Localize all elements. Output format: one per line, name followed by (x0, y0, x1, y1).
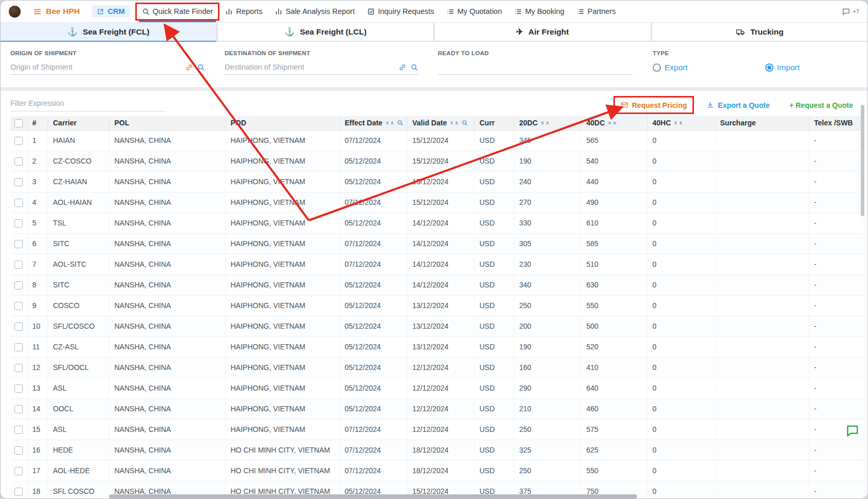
row-checkbox[interactable] (14, 488, 23, 496)
row-checkbox[interactable] (14, 240, 23, 248)
cell-telex: - (809, 316, 864, 336)
cell-hc40: 0 (647, 233, 715, 254)
cell-hc40: 0 (647, 481, 715, 499)
table-row[interactable]: 11CZ-ASLNANSHA, CHINAHAIPHONG, VIETNAM05… (10, 336, 864, 357)
cell-valid_date: 14/12/2024 (407, 254, 474, 275)
row-checkbox[interactable] (14, 426, 23, 434)
type-import-radio[interactable]: Import (765, 63, 800, 72)
table-row[interactable]: 10SFL/COSCONANSHA, CHINAHAIPHONG, VIETNA… (10, 316, 864, 336)
row-checkbox[interactable] (14, 178, 23, 186)
nav-item-inquiry-requests[interactable]: Inquiry Requests (367, 7, 434, 15)
sort-desc-icon[interactable]: ∨ (386, 121, 389, 125)
table-row[interactable]: 2CZ-COSCONANSHA, CHINAHAIPHONG, VIETNAM0… (10, 151, 864, 171)
ready-to-load-label: READY TO LOAD (438, 50, 653, 56)
cell-pol: NANSHA, CHINA (109, 398, 225, 419)
hamburger-menu-icon[interactable] (33, 7, 42, 16)
table-row[interactable]: 14OOCLNANSHA, CHINAHAIPHONG, VIETNAM05/1… (10, 398, 864, 419)
row-checkbox[interactable] (14, 137, 23, 145)
table-row[interactable]: 16HEDENANSHA, CHINAHO CHI MINH CITY, VIE… (10, 440, 864, 460)
table-row[interactable]: 13ASLNANSHA, CHINAHAIPHONG, VIETNAM05/12… (10, 378, 864, 398)
user-avatar[interactable] (9, 6, 21, 18)
nav-item-sale-analysis-report[interactable]: Sale Analysis Report (275, 7, 355, 15)
row-checkbox[interactable] (14, 219, 23, 228)
row-checkbox[interactable] (14, 384, 23, 393)
table-row[interactable]: 17AOL-HEDENANSHA, CHINAHO CHI MINH CITY,… (10, 460, 864, 481)
cell-telex: - (809, 336, 864, 357)
row-checkbox[interactable] (14, 157, 23, 166)
nav-item-quick-rate-finder[interactable]: Quick Rate Finder (142, 7, 213, 15)
nav-item-crm[interactable]: CRM (92, 5, 129, 18)
table-row[interactable]: 8SITCNANSHA, CHINAHAIPHONG, VIETNAM05/12… (10, 275, 864, 295)
sort-desc-icon[interactable]: ∨ (674, 121, 677, 125)
table-row[interactable]: 4AOL-HAIANNANSHA, CHINAHAIPHONG, VIETNAM… (10, 192, 864, 213)
cell-telex: - (809, 233, 864, 254)
nav-item-partners[interactable]: Partners (577, 7, 616, 15)
sort-asc-icon[interactable]: ∧ (679, 121, 683, 125)
row-checkbox[interactable] (14, 323, 23, 331)
row-checkbox[interactable] (14, 446, 23, 455)
tab-air-freight[interactable]: ✈ Air Freight (435, 23, 651, 42)
vertical-scrollbar[interactable] (861, 105, 864, 216)
link-icon[interactable] (399, 63, 406, 71)
origin-input[interactable] (10, 63, 181, 71)
search-icon[interactable] (197, 63, 205, 71)
tab-trucking[interactable]: Trucking (652, 23, 868, 42)
cell-num: 8 (27, 275, 48, 295)
request-pricing-button[interactable]: Request Pricing (621, 101, 687, 109)
sort-asc-icon[interactable]: ∧ (455, 121, 459, 125)
filter-expression-input[interactable] (10, 99, 166, 107)
sort-desc-icon[interactable]: ∨ (608, 121, 611, 125)
request-quote-button[interactable]: + Request a Quote (790, 101, 853, 109)
cell-telex: - (809, 171, 864, 192)
table-row[interactable]: 7AOL-SITCNANSHA, CHINAHAIPHONG, VIETNAM0… (10, 254, 864, 275)
table-row[interactable]: 6SITCNANSHA, CHINAHAIPHONG, VIETNAM07/12… (10, 233, 864, 254)
cell-num: 6 (27, 233, 48, 254)
sort-desc-icon[interactable]: ∨ (541, 121, 544, 125)
row-checkbox[interactable] (14, 467, 23, 475)
row-checkbox[interactable] (14, 343, 23, 351)
cell-effect_date: 07/12/2024 (339, 130, 407, 151)
sort-desc-icon[interactable]: ∨ (450, 121, 453, 125)
nav-item-my-quotation[interactable]: My Quotation (447, 7, 502, 15)
tab-sea-freight-lcl[interactable]: ⚓ Sea Freight (LCL) (218, 23, 434, 42)
cell-dc40: 550 (581, 460, 647, 481)
cell-curr: USD (474, 440, 514, 460)
brand-menu[interactable]: Bee HPH (33, 7, 80, 16)
column-search-icon[interactable] (462, 120, 468, 126)
chat-badge: +7 (853, 8, 859, 14)
row-checkbox[interactable] (14, 364, 23, 372)
table-row[interactable]: 9COSCONANSHA, CHINAHAIPHONG, VIETNAM05/1… (10, 295, 864, 316)
table-row[interactable]: 15ASLNANSHA, CHINAHAIPHONG, VIETNAM07/12… (10, 419, 864, 440)
select-all-checkbox[interactable] (14, 119, 23, 127)
row-checkbox[interactable] (14, 281, 23, 289)
nav-item-my-booking[interactable]: My Booking (514, 7, 564, 15)
table-row[interactable]: 12SFL/OOCLNANSHA, CHINAHAIPHONG, VIETNAM… (10, 357, 864, 378)
destination-input[interactable] (225, 63, 394, 71)
chat-indicator[interactable]: +7 (842, 7, 859, 16)
chat-fab-button[interactable] (845, 424, 860, 440)
sort-asc-icon[interactable]: ∧ (546, 121, 549, 125)
link-icon[interactable] (185, 63, 193, 71)
row-checkbox[interactable] (14, 261, 23, 269)
cell-dc40: 490 (581, 192, 647, 213)
table-row[interactable]: 1HAIANNANSHA, CHINAHAIPHONG, VIETNAM07/1… (10, 130, 864, 151)
export-quote-button[interactable]: Export a Quote (706, 101, 769, 109)
sort-asc-icon[interactable]: ∧ (613, 121, 617, 125)
tab-sea-freight-fcl[interactable]: ⚓ Sea Freight (FCL) (1, 23, 216, 42)
sort-asc-icon[interactable]: ∧ (390, 121, 394, 125)
row-checkbox[interactable] (14, 199, 23, 207)
col-header-num: # (27, 116, 48, 130)
type-export-radio[interactable]: Export (653, 63, 688, 72)
cell-dc20: 345 (514, 130, 581, 151)
row-checkbox[interactable] (14, 405, 23, 413)
cell-pol: NANSHA, CHINA (109, 419, 225, 440)
table-row[interactable]: 3CZ-HAIANNANSHA, CHINAHAIPHONG, VIETNAM0… (10, 171, 864, 192)
ready-to-load-input[interactable] (438, 63, 633, 71)
search-icon[interactable] (411, 63, 418, 71)
cell-hc40: 0 (647, 192, 715, 213)
row-checkbox[interactable] (14, 302, 23, 310)
table-row[interactable]: 5TSLNANSHA, CHINAHAIPHONG, VIETNAM05/12/… (10, 213, 864, 233)
horizontal-scrollbar[interactable] (109, 494, 637, 498)
nav-item-reports[interactable]: Reports (225, 7, 262, 15)
column-search-icon[interactable] (397, 120, 403, 126)
